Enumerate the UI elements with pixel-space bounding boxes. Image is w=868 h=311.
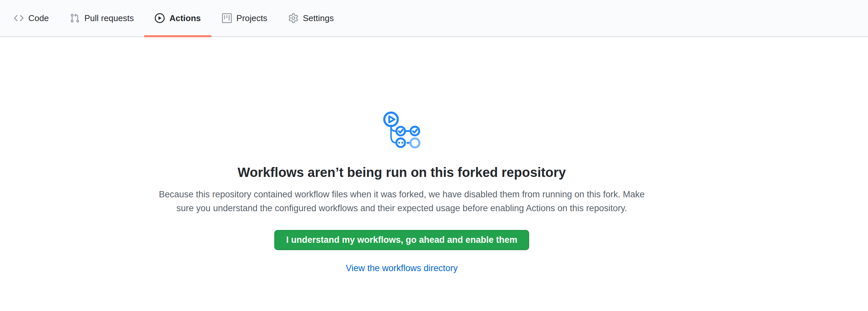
tab-actions[interactable]: Actions <box>144 0 211 36</box>
empty-state-description-line-2: sure you understand the configured workf… <box>159 201 644 215</box>
git-pull-request-icon <box>70 13 80 23</box>
tab-code-label: Code <box>28 14 49 22</box>
tab-pull-requests-label: Pull requests <box>84 14 134 22</box>
play-circle-icon <box>155 13 165 23</box>
enable-workflows-button[interactable]: I understand my workflows, go ahead and … <box>274 230 529 250</box>
empty-state-description: Because this repository contained workfl… <box>159 187 644 215</box>
project-board-icon <box>222 13 232 23</box>
actions-empty-state: Workflows aren’t being run on this forke… <box>0 37 803 274</box>
code-icon <box>14 13 24 23</box>
tab-settings[interactable]: Settings <box>278 0 344 36</box>
tab-settings-label: Settings <box>303 14 334 22</box>
gear-icon <box>288 13 298 23</box>
empty-state-description-line-1: Because this repository contained workfl… <box>159 187 644 201</box>
repo-tab-nav: Code Pull requests Actions Projects Sett… <box>0 0 868 37</box>
tab-actions-label: Actions <box>169 14 200 22</box>
tab-code[interactable]: Code <box>3 0 59 36</box>
view-workflows-directory-link[interactable]: View the workflows directory <box>346 263 458 274</box>
tab-projects-label: Projects <box>237 14 268 22</box>
tab-projects[interactable]: Projects <box>211 0 278 36</box>
workflow-graph-icon <box>383 110 421 149</box>
empty-state-title: Workflows aren’t being run on this forke… <box>238 164 566 181</box>
tab-pull-requests[interactable]: Pull requests <box>59 0 144 36</box>
